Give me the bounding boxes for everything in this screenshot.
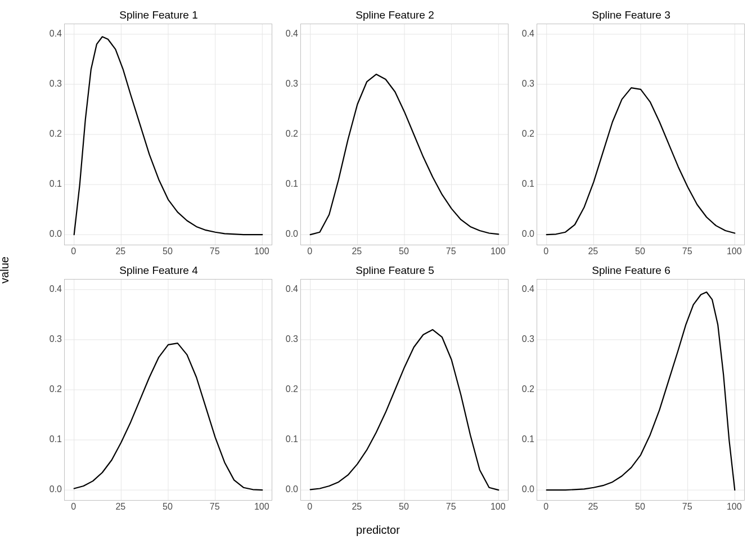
x-tick-labels: 0255075100 xyxy=(537,245,745,259)
y-tick-label: 0.4 xyxy=(522,29,534,39)
y-tick-label: 0.1 xyxy=(522,434,534,444)
y-tick-labels: 0.00.10.20.30.4 xyxy=(45,279,64,501)
panel-row: 0.00.10.20.30.4 xyxy=(281,279,508,501)
y-tick-label: 0.0 xyxy=(522,484,534,494)
x-tick-label: 0 xyxy=(307,246,312,256)
x-tick-label: 50 xyxy=(399,502,409,512)
facet-title: Spline Feature 4 xyxy=(45,264,272,277)
panel-row: 0.00.10.20.30.4 xyxy=(518,24,745,245)
plot-panel xyxy=(64,24,272,245)
facet: Spline Feature 60.00.10.20.30.4025507510… xyxy=(518,263,745,514)
x-tick-label: 50 xyxy=(163,246,173,256)
x-tick-label: 75 xyxy=(446,502,456,512)
y-tick-label: 0.3 xyxy=(522,334,534,344)
x-tick-label: 75 xyxy=(210,502,220,512)
y-tick-label: 0.4 xyxy=(50,29,62,39)
y-tick-label: 0.3 xyxy=(50,334,62,344)
x-tick-label: 25 xyxy=(588,502,598,512)
x-tick-label: 50 xyxy=(163,502,173,512)
y-tick-labels: 0.00.10.20.30.4 xyxy=(518,24,537,245)
y-tick-label: 0.0 xyxy=(522,229,534,239)
x-tick-label: 100 xyxy=(727,502,742,512)
x-tick-labels: 0255075100 xyxy=(64,245,272,259)
x-tick-label: 0 xyxy=(543,502,548,512)
y-tick-label: 0.2 xyxy=(522,129,534,139)
panel-wrap: 0.00.10.20.30.40255075100 xyxy=(281,279,508,514)
facet: Spline Feature 20.00.10.20.30.4025507510… xyxy=(281,8,508,259)
panel-wrap: 0.00.10.20.30.40255075100 xyxy=(281,24,508,259)
x-tick-label: 75 xyxy=(210,246,220,256)
y-tick-label: 0.0 xyxy=(50,229,62,239)
x-tick-label: 100 xyxy=(490,246,506,256)
y-tick-label: 0.3 xyxy=(522,79,534,89)
x-tick-label: 0 xyxy=(71,246,76,256)
y-tick-label: 0.1 xyxy=(522,179,534,189)
facet-title: Spline Feature 5 xyxy=(281,264,508,277)
y-tick-label: 0.2 xyxy=(50,129,62,139)
y-tick-label: 0.3 xyxy=(50,79,62,89)
facet: Spline Feature 30.00.10.20.30.4025507510… xyxy=(518,8,745,259)
y-axis-label: value xyxy=(0,256,11,284)
x-tick-label: 0 xyxy=(71,502,76,512)
y-tick-label: 0.0 xyxy=(50,484,62,494)
x-tick-label: 25 xyxy=(115,502,125,512)
plot-panel xyxy=(300,279,508,501)
y-tick-label: 0.3 xyxy=(286,334,298,344)
panel-row: 0.00.10.20.30.4 xyxy=(518,279,745,501)
y-tick-label: 0.1 xyxy=(50,179,62,189)
y-tick-label: 0.4 xyxy=(50,284,62,294)
facet-title: Spline Feature 2 xyxy=(281,9,508,21)
y-tick-label: 0.4 xyxy=(286,29,298,39)
x-tick-label: 50 xyxy=(635,502,645,512)
x-tick-label: 25 xyxy=(352,246,362,256)
y-tick-labels: 0.00.10.20.30.4 xyxy=(45,24,64,245)
x-tick-label: 0 xyxy=(543,246,548,256)
y-tick-label: 0.2 xyxy=(522,384,534,394)
y-tick-label: 0.2 xyxy=(286,129,298,139)
panel-row: 0.00.10.20.30.4 xyxy=(45,24,272,245)
facet-title: Spline Feature 3 xyxy=(518,9,745,21)
plot-panel xyxy=(64,279,272,501)
panel-wrap: 0.00.10.20.30.40255075100 xyxy=(518,24,745,259)
x-tick-labels: 0255075100 xyxy=(537,501,745,514)
y-tick-label: 0.3 xyxy=(286,79,298,89)
x-tick-labels: 0255075100 xyxy=(300,245,508,259)
x-tick-label: 50 xyxy=(635,246,645,256)
y-tick-label: 0.1 xyxy=(286,434,298,444)
x-tick-label: 25 xyxy=(115,246,125,256)
x-tick-label: 25 xyxy=(588,246,598,256)
y-tick-label: 0.2 xyxy=(286,384,298,394)
y-tick-label: 0.1 xyxy=(50,434,62,444)
y-tick-labels: 0.00.10.20.30.4 xyxy=(281,24,300,245)
plot-panel xyxy=(300,24,508,245)
x-tick-label: 100 xyxy=(254,502,269,512)
panel-row: 0.00.10.20.30.4 xyxy=(281,24,508,245)
y-tick-label: 0.4 xyxy=(286,284,298,294)
y-tick-labels: 0.00.10.20.30.4 xyxy=(518,279,537,501)
facet: Spline Feature 50.00.10.20.30.4025507510… xyxy=(281,263,508,514)
plot-panel xyxy=(537,24,745,245)
facet-title: Spline Feature 1 xyxy=(45,9,272,21)
x-tick-label: 75 xyxy=(682,246,692,256)
panel-wrap: 0.00.10.20.30.40255075100 xyxy=(45,279,272,514)
facet: Spline Feature 10.00.10.20.30.4025507510… xyxy=(45,8,272,259)
x-tick-label: 100 xyxy=(490,502,506,512)
x-axis-label: predictor xyxy=(356,524,400,537)
panel-wrap: 0.00.10.20.30.40255075100 xyxy=(518,279,745,514)
y-tick-label: 0.0 xyxy=(286,484,298,494)
y-tick-label: 0.4 xyxy=(522,284,534,294)
facet-grid: Spline Feature 10.00.10.20.30.4025507510… xyxy=(45,8,745,514)
x-tick-label: 75 xyxy=(446,246,456,256)
facet: Spline Feature 40.00.10.20.30.4025507510… xyxy=(45,263,272,514)
x-tick-label: 25 xyxy=(352,502,362,512)
panel-wrap: 0.00.10.20.30.40255075100 xyxy=(45,24,272,259)
y-tick-label: 0.1 xyxy=(286,179,298,189)
panel-row: 0.00.10.20.30.4 xyxy=(45,279,272,501)
x-tick-label: 100 xyxy=(254,246,269,256)
y-tick-labels: 0.00.10.20.30.4 xyxy=(281,279,300,501)
facet-title: Spline Feature 6 xyxy=(518,264,745,277)
x-tick-label: 50 xyxy=(399,246,409,256)
x-tick-labels: 0255075100 xyxy=(64,501,272,514)
x-tick-label: 0 xyxy=(307,502,312,512)
y-tick-label: 0.0 xyxy=(286,229,298,239)
